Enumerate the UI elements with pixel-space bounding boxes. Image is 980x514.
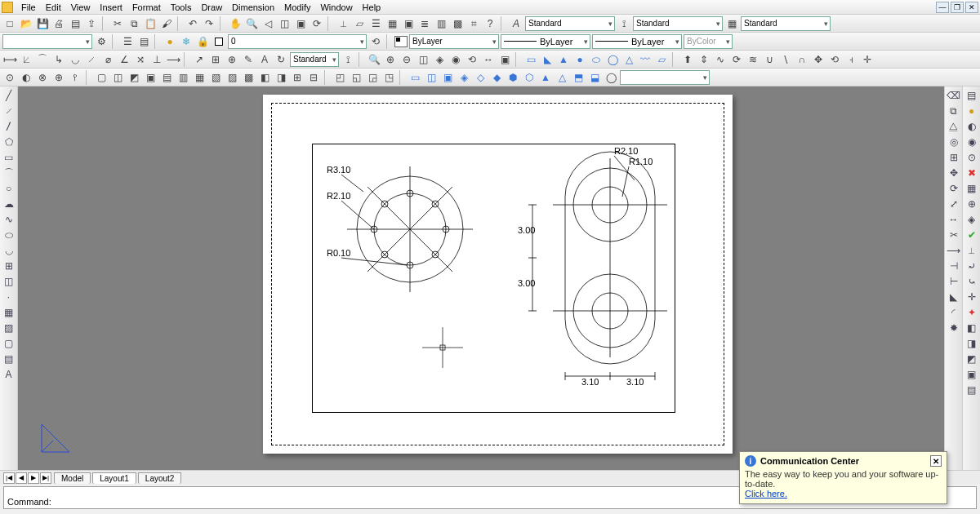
color-combo[interactable]: ByLayer bbox=[409, 34, 499, 49]
layer-combo[interactable]: 0 bbox=[228, 34, 367, 49]
preview-icon[interactable]: ▤ bbox=[68, 16, 82, 31]
body13-icon[interactable]: ◯ bbox=[604, 70, 618, 85]
edge1-icon[interactable]: ◰ bbox=[332, 70, 347, 85]
body12-icon[interactable]: ⬓ bbox=[587, 70, 602, 85]
dim-dia-icon[interactable]: ⌀ bbox=[100, 52, 115, 67]
block-icon[interactable]: ▣ bbox=[401, 16, 416, 31]
menu-insert[interactable]: Insert bbox=[95, 2, 127, 13]
props-icon[interactable]: ≣ bbox=[417, 16, 432, 31]
linetype-combo[interactable]: ByLayer bbox=[501, 34, 590, 49]
textstyle-combo[interactable]: Standard bbox=[525, 16, 615, 31]
polygon-icon[interactable]: ⬠ bbox=[2, 135, 16, 149]
zoom-prev-icon[interactable]: ◁ bbox=[261, 16, 275, 31]
solid-pyr-icon[interactable]: △ bbox=[621, 52, 636, 67]
explode-icon[interactable]: ✸ bbox=[947, 321, 961, 335]
zoom2-icon[interactable]: ⊕ bbox=[383, 52, 398, 67]
tab-model[interactable]: Model bbox=[54, 472, 91, 484]
cut-icon[interactable]: ✂ bbox=[110, 16, 125, 31]
dimstyle-mgr-icon[interactable]: ⟟ bbox=[341, 52, 355, 67]
menu-file[interactable]: File bbox=[16, 2, 41, 13]
dist-icon[interactable]: ⟂ bbox=[336, 16, 350, 31]
offset-icon[interactable]: ◎ bbox=[947, 135, 961, 149]
workspace-combo[interactable] bbox=[2, 34, 92, 49]
dimstyle-combo[interactable]: Standard bbox=[633, 16, 723, 31]
menu-draw[interactable]: Draw bbox=[196, 2, 227, 13]
tab-nav-next[interactable]: ▶ bbox=[28, 472, 39, 484]
zoom6-icon[interactable]: ◉ bbox=[448, 52, 463, 67]
body4-icon[interactable]: ◈ bbox=[457, 70, 471, 85]
drawing-canvas[interactable]: R3.10 R2.10 R0.10 R2.10 R1.1 bbox=[18, 86, 944, 470]
face12-icon[interactable]: ◨ bbox=[274, 70, 288, 85]
solid-box-icon[interactable]: ▭ bbox=[523, 52, 538, 67]
layer-lock-icon[interactable]: 🔒 bbox=[195, 34, 210, 49]
lineweight-combo[interactable]: ByLayer bbox=[592, 34, 682, 49]
solid-helix-icon[interactable]: 〰 bbox=[638, 52, 653, 67]
orbit-icon[interactable]: ⟳ bbox=[310, 16, 324, 31]
body11-icon[interactable]: ⬒ bbox=[571, 70, 586, 85]
dim-rad-icon[interactable]: ◡ bbox=[68, 52, 82, 67]
m2-15-icon[interactable]: ✦ bbox=[964, 305, 979, 320]
se2-icon[interactable]: ◐ bbox=[19, 70, 33, 85]
m2-18-icon[interactable]: ◩ bbox=[964, 352, 979, 366]
minimize-button[interactable]: — bbox=[936, 2, 949, 13]
fillet-icon[interactable]: ◜ bbox=[947, 305, 961, 320]
popup-link[interactable]: Click here. bbox=[745, 489, 787, 498]
list-icon[interactable]: ☰ bbox=[368, 16, 383, 31]
zoom-rt-icon[interactable]: 🔍 bbox=[244, 16, 259, 31]
edge4-icon[interactable]: ◳ bbox=[381, 70, 396, 85]
layer-color-icon[interactable] bbox=[212, 34, 226, 49]
dim-update-icon[interactable]: ↻ bbox=[274, 52, 288, 67]
zoom-win-icon[interactable]: ◫ bbox=[277, 16, 292, 31]
dim-tedit-icon[interactable]: A bbox=[257, 52, 272, 67]
face6-icon[interactable]: ▥ bbox=[176, 70, 190, 85]
ellipsearc-icon[interactable]: ◡ bbox=[2, 243, 16, 258]
intersect-icon[interactable]: ∩ bbox=[795, 52, 809, 67]
rotate-icon[interactable]: ⟳ bbox=[947, 181, 961, 196]
leader-icon[interactable]: ↗ bbox=[192, 52, 207, 67]
face5-icon[interactable]: ▤ bbox=[159, 70, 174, 85]
m2-6-icon[interactable]: ✖ bbox=[964, 166, 979, 180]
menu-modify[interactable]: Modify bbox=[279, 2, 315, 13]
m2-5-icon[interactable]: ⊙ bbox=[964, 150, 979, 165]
dim-aligned-icon[interactable]: ⟀ bbox=[19, 52, 33, 67]
edge3-icon[interactable]: ◲ bbox=[365, 70, 380, 85]
menu-view[interactable]: View bbox=[66, 2, 96, 13]
presspull-icon[interactable]: ⇕ bbox=[697, 52, 711, 67]
plotstyle-combo[interactable]: ByColor bbox=[684, 34, 733, 49]
m2-1-icon[interactable]: ▤ bbox=[964, 88, 979, 103]
body9-icon[interactable]: ▲ bbox=[538, 70, 553, 85]
se5-icon[interactable]: ⫯ bbox=[68, 70, 82, 85]
m2-14-icon[interactable]: ✛ bbox=[964, 290, 979, 304]
body10-icon[interactable]: △ bbox=[555, 70, 569, 85]
tab-layout1[interactable]: Layout1 bbox=[92, 472, 136, 484]
m2-3-icon[interactable]: ◐ bbox=[964, 119, 979, 134]
dc-icon[interactable]: ▥ bbox=[434, 16, 448, 31]
body5-icon[interactable]: ◇ bbox=[473, 70, 488, 85]
solid-sphere-icon[interactable]: ● bbox=[572, 52, 587, 67]
face9-icon[interactable]: ▨ bbox=[225, 70, 239, 85]
copy-icon[interactable]: ⧉ bbox=[127, 16, 141, 31]
zoom4-icon[interactable]: ◫ bbox=[416, 52, 430, 67]
line-icon[interactable]: ╱ bbox=[2, 88, 16, 103]
ucs-icon[interactable]: ✛ bbox=[860, 52, 875, 67]
m2-20-icon[interactable]: ▤ bbox=[964, 383, 979, 397]
layer-states-icon[interactable]: ▤ bbox=[136, 34, 151, 49]
face13-icon[interactable]: ⊞ bbox=[290, 70, 305, 85]
solid-wedge-icon[interactable]: ◣ bbox=[540, 52, 555, 67]
dim-jog-icon[interactable]: ⟋ bbox=[84, 52, 99, 67]
insert-icon[interactable]: ⊞ bbox=[2, 259, 16, 273]
undo-icon[interactable]: ↶ bbox=[185, 16, 200, 31]
ws-settings-icon[interactable]: ⚙ bbox=[94, 34, 109, 49]
pan-icon[interactable]: ✋ bbox=[228, 16, 243, 31]
layer-prev-icon[interactable]: ⟲ bbox=[368, 34, 383, 49]
menu-window[interactable]: Window bbox=[315, 2, 357, 13]
dim-linear-icon[interactable]: ⟼ bbox=[2, 52, 17, 67]
textstyle-icon[interactable]: A bbox=[509, 16, 523, 31]
body1-icon[interactable]: ▭ bbox=[408, 70, 422, 85]
arc-icon[interactable]: ⌒ bbox=[2, 166, 16, 180]
se3-icon[interactable]: ⊗ bbox=[35, 70, 50, 85]
m2-9-icon[interactable]: ◈ bbox=[964, 212, 979, 227]
m2-12-icon[interactable]: ⤾ bbox=[964, 259, 979, 273]
zoom7-icon[interactable]: ⟲ bbox=[465, 52, 479, 67]
3dalign-icon[interactable]: ⫞ bbox=[844, 52, 858, 67]
